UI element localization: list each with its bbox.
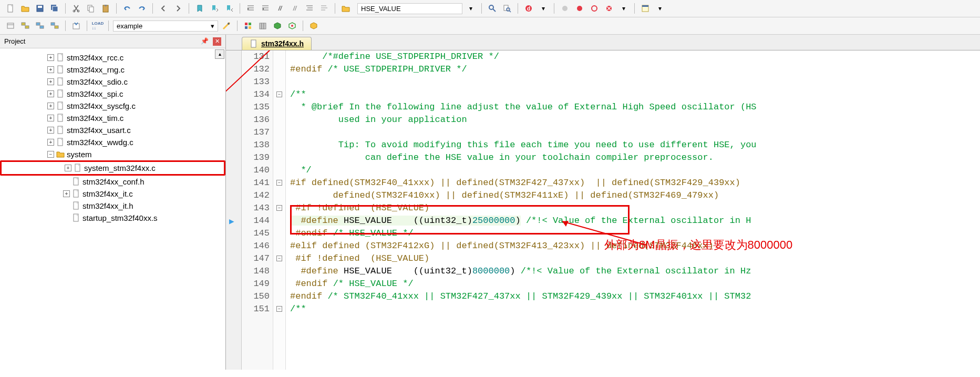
bookmark-gutter[interactable]: ▶ [226, 50, 242, 370]
uncomment-button[interactable]: // [288, 2, 301, 15]
find-folder-button[interactable] [339, 2, 352, 15]
expander-icon[interactable]: − [47, 151, 54, 158]
breakpoint-gray-button[interactable] [559, 2, 571, 15]
expander-icon[interactable]: + [47, 139, 54, 146]
cut-button[interactable] [70, 2, 82, 15]
tree-file[interactable]: startup_stm32f40xx.s [0, 212, 225, 224]
tree-file[interactable]: +stm32f4xx_sdio.c [0, 76, 225, 88]
pack3-button[interactable] [307, 19, 320, 32]
fold-gutter[interactable]: −−−−− [273, 50, 286, 370]
save-all-button[interactable] [48, 2, 61, 15]
fold-toggle[interactable]: − [276, 91, 282, 97]
expander-icon[interactable]: + [63, 190, 70, 197]
configure-button[interactable] [220, 19, 233, 32]
code-line[interactable]: #if !defined (HSE_VALUE) [290, 252, 980, 265]
code-line[interactable]: */ [290, 164, 980, 177]
search-dropdown[interactable]: ▾ [465, 2, 477, 15]
breakpoint-disable-button[interactable] [588, 2, 601, 15]
redo-button[interactable] [136, 2, 148, 15]
fold-toggle[interactable]: − [276, 205, 282, 211]
code-line[interactable]: /** [290, 88, 980, 101]
tree-file[interactable]: +stm32f4xx_usart.c [0, 124, 225, 136]
find-in-files-button[interactable] [501, 2, 513, 15]
undo-button[interactable] [121, 2, 133, 15]
expander-icon[interactable]: + [47, 127, 54, 134]
opt2-button[interactable] [34, 19, 46, 32]
pack-button[interactable] [271, 19, 284, 32]
code-line[interactable]: #endif /* HSE_VALUE */ [290, 278, 980, 290]
bookmark-button[interactable] [193, 2, 206, 15]
expander-icon[interactable]: + [47, 90, 54, 97]
format-button[interactable] [303, 2, 316, 15]
code-line[interactable] [290, 126, 980, 139]
breakpoint-kill-button[interactable] [603, 2, 615, 15]
tree-file[interactable]: +system_stm32f4xx.c [0, 160, 225, 176]
open-file-button[interactable] [19, 2, 32, 15]
bookmark-prev-button[interactable] [208, 2, 221, 15]
new-file-button[interactable] [4, 2, 17, 15]
panel-close-button[interactable]: ✕ [213, 37, 221, 46]
breakpoint-dropdown[interactable]: ▾ [617, 2, 630, 15]
copy-button[interactable] [85, 2, 97, 15]
find-button[interactable] [486, 2, 499, 15]
expander-icon[interactable]: + [47, 54, 54, 61]
fold-toggle[interactable]: − [276, 256, 282, 261]
code-line[interactable]: can define the HSE value in your toolcha… [290, 151, 980, 164]
expander-icon[interactable]: + [47, 115, 54, 121]
bookmark-marker[interactable]: ▶ [229, 216, 234, 228]
code-line[interactable]: #endif /* STM32F40_41xxx || STM32F427_43… [290, 290, 980, 303]
expander-icon[interactable]: + [47, 78, 54, 85]
target-button[interactable] [4, 19, 17, 32]
nav-back-button[interactable] [157, 2, 170, 15]
code-line[interactable]: defined(STM32F410xx) || defined(STM32F41… [290, 189, 980, 202]
code-line[interactable]: * @brief In the following line adjust th… [290, 101, 980, 114]
tree-file[interactable]: stm32f4xx_it.h [0, 200, 225, 212]
load-button[interactable]: LOAD↓↓ [91, 19, 104, 32]
code-line[interactable] [290, 76, 980, 88]
bookmark-next-button[interactable] [223, 2, 235, 15]
code-line[interactable]: /** [290, 303, 980, 315]
fold-toggle[interactable]: − [276, 180, 282, 186]
options-button[interactable] [19, 19, 32, 32]
search-input[interactable] [357, 3, 462, 14]
comment-button[interactable]: // [274, 2, 286, 15]
paste-button[interactable] [99, 2, 112, 15]
scroll-up-button[interactable]: ▴ [215, 49, 224, 59]
target-select[interactable]: example▾ [113, 21, 218, 32]
pack2-button[interactable] [286, 19, 298, 32]
project-tree[interactable]: ▴ +stm32f4xx_rcc.c+stm32f4xx_rng.c+stm32… [0, 48, 225, 370]
expander-icon[interactable]: + [65, 165, 71, 171]
tree-file[interactable]: +stm32f4xx_tim.c [0, 112, 225, 124]
window-button[interactable] [639, 2, 652, 15]
code-line[interactable]: Tip: To avoid modifying this file each t… [290, 139, 980, 151]
code-line[interactable]: #define HSE_VALUE ((uint32_t)8000000) /*… [290, 265, 980, 278]
breakpoint-red-button[interactable] [573, 2, 586, 15]
code-area[interactable]: ▶ 13113213313413513613713813914014114214… [226, 50, 980, 370]
expander-icon[interactable]: + [47, 103, 54, 109]
tree-file[interactable]: +stm32f4xx_it.c [0, 188, 225, 200]
tree-file[interactable]: stm32f4xx_conf.h [0, 176, 225, 188]
tree-file[interactable]: +stm32f4xx_spi.c [0, 88, 225, 100]
code-line[interactable]: #endif /* USE_STDPERIPH_DRIVER */ [290, 63, 980, 76]
code-line[interactable]: #if defined(STM32F40_41xxx) || defined(S… [290, 177, 980, 189]
tree-file[interactable]: +stm32f4xx_rcc.c [0, 52, 225, 64]
code-line[interactable]: #elif defined (STM32F412xG) || defined(S… [290, 240, 980, 252]
tree-file[interactable]: +stm32f4xx_syscfg.c [0, 100, 225, 112]
build-button[interactable] [70, 19, 82, 32]
tree-file[interactable]: +stm32f4xx_wwdg.c [0, 136, 225, 148]
debug-button[interactable]: d [522, 2, 535, 15]
code-line[interactable]: /*#define USE_STDPERIPH_DRIVER */ [290, 50, 980, 63]
expander-icon[interactable]: + [47, 66, 54, 73]
code-line[interactable]: #define HSE_VALUE ((uint32_t)25000000) /… [290, 215, 980, 227]
tree-file[interactable]: +stm32f4xx_rng.c [0, 64, 225, 76]
code-line[interactable]: used in your application [290, 114, 980, 126]
code-line[interactable]: #endif /* HSE_VALUE */ [290, 227, 980, 240]
opt3-button[interactable] [48, 19, 61, 32]
save-button[interactable] [34, 2, 46, 15]
pin-button[interactable]: 📌 [201, 37, 209, 45]
manage-button[interactable] [242, 19, 254, 32]
nav-forward-button[interactable] [172, 2, 184, 15]
outdent-button[interactable] [259, 2, 272, 15]
code-line[interactable]: #if !defined (HSE_VALUE) [290, 202, 980, 215]
window-dropdown[interactable]: ▾ [654, 2, 666, 15]
